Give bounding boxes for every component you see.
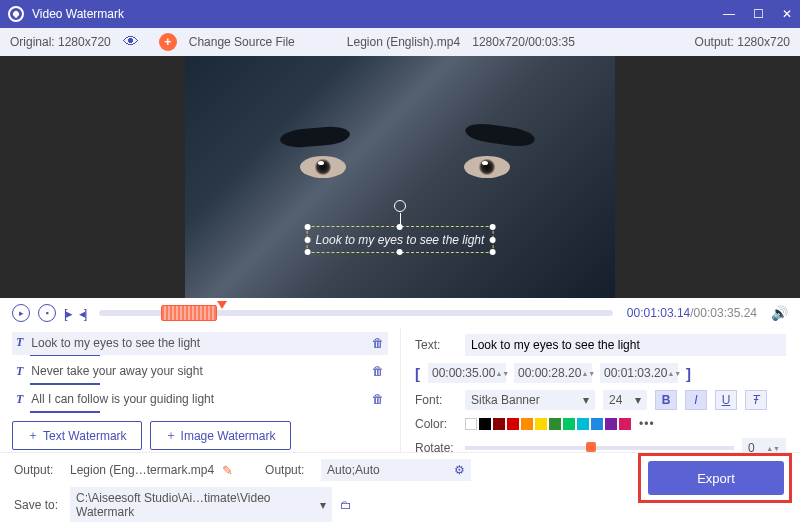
watermark-item[interactable]: TAll I can follow is your guiding light🗑 <box>12 389 388 412</box>
output-file-label: Output: <box>14 463 62 477</box>
color-swatch[interactable] <box>619 418 631 430</box>
output-format-label: Output: <box>265 463 313 477</box>
watermark-overlay-text: Look to my eyes to see the light <box>316 233 485 247</box>
rotate-slider[interactable] <box>465 446 734 450</box>
app-title: Video Watermark <box>32 7 124 21</box>
color-swatch[interactable] <box>605 418 617 430</box>
settings-icon: ⚙ <box>454 463 465 477</box>
color-swatch[interactable] <box>521 418 533 430</box>
rotate-label: Rotate: <box>415 441 457 452</box>
watermark-item-text: Never take your away your sight <box>31 364 372 378</box>
underline-button[interactable]: U <box>715 390 737 410</box>
save-to-label: Save to: <box>14 498 62 512</box>
preview-toggle-icon[interactable]: 👁 <box>123 33 139 51</box>
text-type-icon: T <box>16 335 23 350</box>
color-swatch[interactable] <box>493 418 505 430</box>
save-path-select[interactable]: C:\Aiseesoft Studio\Ai…timate\Video Wate… <box>70 487 332 522</box>
watermark-item-text: Look to my eyes to see the light <box>31 336 372 350</box>
color-swatch[interactable] <box>465 418 477 430</box>
end-time-input[interactable]: 00:01:03.20▲▼ <box>600 363 678 383</box>
delete-icon[interactable]: 🗑 <box>372 364 384 378</box>
mark-out-button[interactable]: ◂] <box>79 306 86 321</box>
delete-icon[interactable]: 🗑 <box>372 392 384 406</box>
bracket-out-icon[interactable]: ] <box>686 365 691 382</box>
browse-folder-icon[interactable]: 🗀 <box>340 498 352 512</box>
font-select[interactable]: Sitka Banner▾ <box>465 390 595 410</box>
watermark-list: TLook to my eyes to see the light🗑 TNeve… <box>0 328 400 452</box>
watermark-item[interactable]: TNever take your away your sight🗑 <box>12 360 388 383</box>
app-logo-icon <box>8 6 24 22</box>
edit-output-icon[interactable]: ✎ <box>222 463 233 478</box>
playhead-icon[interactable] <box>217 301 227 309</box>
close-button[interactable]: ✕ <box>782 7 792 21</box>
strikethrough-button[interactable]: Ŧ <box>745 390 767 410</box>
font-size-select[interactable]: 24▾ <box>603 390 647 410</box>
properties-panel: Text: [ 00:00:35.00▲▼ 00:00:28.20▲▼ 00:0… <box>400 328 800 452</box>
color-swatches <box>465 418 631 430</box>
minimize-button[interactable]: — <box>723 7 735 21</box>
source-info: 1280x720/00:03:35 <box>472 35 575 49</box>
add-source-icon[interactable]: + <box>159 33 177 51</box>
rotate-handle-icon[interactable] <box>394 200 406 212</box>
video-preview[interactable]: Look to my eyes to see the light <box>0 56 800 298</box>
color-swatch[interactable] <box>507 418 519 430</box>
bold-button[interactable]: B <box>655 390 677 410</box>
color-swatch[interactable] <box>577 418 589 430</box>
add-image-watermark-button[interactable]: ＋ Image Watermark <box>150 421 291 450</box>
mark-in-button[interactable]: [▸ <box>64 306 71 321</box>
info-bar: Original: 1280x720 👁 + Change Source Fil… <box>0 28 800 56</box>
change-source-button[interactable]: Change Source File <box>189 35 295 49</box>
volume-icon[interactable]: 🔊 <box>771 305 788 321</box>
start-time-input[interactable]: 00:00:35.00▲▼ <box>428 363 506 383</box>
original-resolution: Original: 1280x720 <box>10 35 111 49</box>
watermark-item[interactable]: TLook to my eyes to see the light🗑 <box>12 332 388 355</box>
text-type-icon: T <box>16 392 23 407</box>
source-filename: Legion (English).mp4 <box>347 35 460 49</box>
duration-input[interactable]: 00:00:28.20▲▼ <box>514 363 592 383</box>
output-format-select[interactable]: Auto;Auto⚙ <box>321 459 471 481</box>
title-bar: Video Watermark — ☐ ✕ <box>0 0 800 28</box>
watermark-overlay[interactable]: Look to my eyes to see the light <box>307 226 494 253</box>
text-label: Text: <box>415 338 457 352</box>
add-text-watermark-button[interactable]: ＋ Text Watermark <box>12 421 142 450</box>
color-swatch[interactable] <box>549 418 561 430</box>
watermark-item-text: All I can follow is your guiding light <box>31 392 372 406</box>
maximize-button[interactable]: ☐ <box>753 7 764 21</box>
playback-controls: ▸ ▪ [▸ ◂] 00:01:03.14/00:03:35.24 🔊 <box>0 298 800 328</box>
timeline[interactable] <box>99 310 613 316</box>
timecode: 00:01:03.14/00:03:35.24 <box>627 306 757 320</box>
bottom-bar: Output: Legion (Eng…termark.mp4 ✎ Output… <box>0 452 800 522</box>
export-button[interactable]: Export <box>648 461 784 495</box>
timeline-clip[interactable] <box>161 305 217 321</box>
text-type-icon: T <box>16 364 23 379</box>
text-input[interactable] <box>465 334 786 356</box>
play-button[interactable]: ▸ <box>12 304 30 322</box>
color-swatch[interactable] <box>563 418 575 430</box>
output-resolution: Output: 1280x720 <box>695 35 790 49</box>
stop-button[interactable]: ▪ <box>38 304 56 322</box>
color-label: Color: <box>415 417 457 431</box>
more-colors-icon[interactable]: ••• <box>639 417 655 431</box>
output-filename: Legion (Eng…termark.mp4 <box>70 463 214 477</box>
color-swatch[interactable] <box>479 418 491 430</box>
color-swatch[interactable] <box>591 418 603 430</box>
font-label: Font: <box>415 393 457 407</box>
delete-icon[interactable]: 🗑 <box>372 336 384 350</box>
bracket-in-icon[interactable]: [ <box>415 365 420 382</box>
color-swatch[interactable] <box>535 418 547 430</box>
rotate-value[interactable]: 0▲▼ <box>742 438 786 452</box>
italic-button[interactable]: I <box>685 390 707 410</box>
